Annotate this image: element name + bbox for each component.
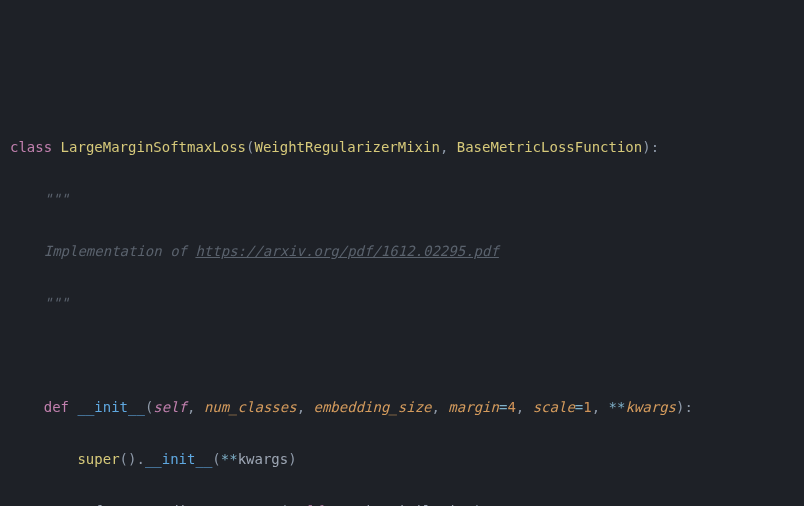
line-def: def __init__(self, num_classes, embeddin… [10, 394, 804, 420]
default-margin: 4 [507, 399, 515, 415]
super-call: super [77, 451, 119, 467]
param-self: self [153, 399, 187, 415]
line-super: super().__init__(**kwargs) [10, 446, 804, 472]
line-assert: c_f.assert_distance_type(self, CosineSim… [10, 498, 804, 506]
docstring-quote: """ [44, 191, 69, 207]
docstring-quote: """ [44, 295, 69, 311]
param-scale: scale [533, 399, 575, 415]
line-blank [10, 342, 804, 368]
kw-def: def [44, 399, 69, 415]
line-doc-open: """ [10, 186, 804, 212]
init-ref: __init__ [145, 451, 212, 467]
param-margin: margin [448, 399, 499, 415]
fn-name: __init__ [77, 399, 144, 415]
line-doc-close: """ [10, 290, 804, 316]
param-numc: num_classes [204, 399, 297, 415]
class-name: LargeMarginSoftmaxLoss [61, 139, 246, 155]
docstring-link[interactable]: https://arxiv.org/pdf/1612.02295.pdf [195, 243, 498, 259]
default-scale: 1 [583, 399, 591, 415]
line-class-decl: class LargeMarginSoftmaxLoss(WeightRegul… [10, 134, 804, 160]
base-1: WeightRegularizerMixin [254, 139, 439, 155]
kwargs-spread: kwargs [238, 451, 289, 467]
param-emb: embedding_size [313, 399, 431, 415]
base-2: BaseMetricLossFunction [457, 139, 642, 155]
line-doc-body: Implementation of https://arxiv.org/pdf/… [10, 238, 804, 264]
code-block: class LargeMarginSoftmaxLoss(WeightRegul… [10, 108, 804, 506]
param-kwargs: kwargs [625, 399, 676, 415]
docstring-text: Implementation of [44, 243, 196, 259]
kw-class: class [10, 139, 52, 155]
